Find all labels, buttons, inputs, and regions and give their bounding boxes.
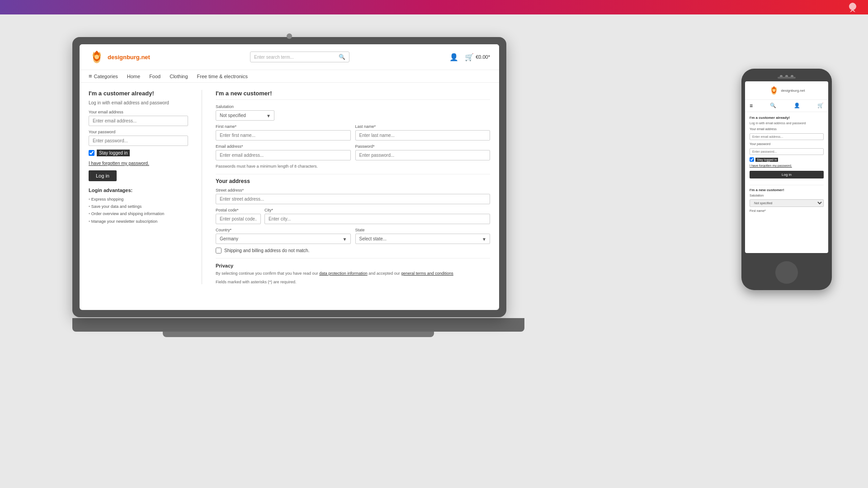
mobile-login-button[interactable]: Log in [750, 171, 824, 178]
search-placeholder: Enter search term... [254, 55, 339, 60]
new-customer-title: I'm a new customer! [216, 90, 490, 100]
nav-categories[interactable]: ≡ Categories [89, 73, 118, 80]
privacy-text-before: By selecting continue you confirm that y… [216, 271, 319, 276]
mobile-password-label: Your password [750, 142, 824, 145]
advantages-list: Express shopping Save your data and sett… [89, 196, 188, 225]
mobile-content: I'm a customer already! Log in with emai… [745, 112, 828, 217]
email-label: Your email address [89, 110, 188, 114]
data-protection-link[interactable]: data protection information [319, 271, 368, 276]
mobile-mockup: designburg.net ≡ 🔍 👤 🛒 I'm a customer al… [741, 69, 832, 290]
mobile-forgot-link[interactable]: I have forgotten my password. [750, 164, 824, 167]
nav-food[interactable]: Food [149, 74, 160, 79]
email-input[interactable] [89, 116, 188, 126]
mobile-new-customer-title: I'm a new customer! [750, 188, 824, 192]
street-group: Street address* [216, 188, 490, 204]
mobile-top-bar [745, 75, 828, 78]
store-logo: designburg.net [89, 49, 150, 65]
laptop-screen: designburg.net Enter search term... 🔍 👤 … [80, 44, 499, 310]
stay-logged-checkbox[interactable] [89, 150, 94, 156]
fields-note: Fields marked with asterisks (*) are req… [216, 280, 490, 284]
first-name-label: First name* [216, 124, 351, 129]
cart-icon[interactable]: 🛒 [465, 53, 474, 61]
mobile-password-input[interactable] [750, 148, 824, 155]
mobile-cart-icon[interactable]: 🛒 [817, 103, 824, 109]
mobile-user-icon[interactable]: 👤 [794, 103, 800, 109]
mobile-home-button[interactable] [775, 261, 798, 284]
salutation-select[interactable]: Not specified Mr. Mrs. [216, 110, 274, 121]
mobile-first-name-label: First name* [750, 209, 824, 212]
postal-city-row: Postal code* City* [216, 208, 490, 224]
postal-group: Postal code* [216, 208, 261, 224]
password-label: Your password [89, 130, 188, 134]
laptop-foot [163, 332, 434, 337]
first-name-input[interactable] [216, 130, 351, 141]
shipping-checkbox[interactable] [216, 248, 222, 253]
advantage-item: Save your data and settings [89, 203, 188, 210]
nav-freetime[interactable]: Free time & electronics [197, 74, 248, 79]
last-name-group: Last name* [355, 124, 491, 141]
store-nav: ≡ Categories Home Food Clothing Free tim… [80, 70, 499, 83]
privacy-text-mid: and accepted our [368, 271, 401, 276]
city-input[interactable] [264, 214, 490, 224]
store-main: I'm a customer already! Log in with emai… [80, 83, 499, 291]
new-customer-section: I'm a new customer! Salutation Not speci… [202, 90, 490, 284]
top-bar-logo [846, 1, 859, 14]
cart-area[interactable]: 🛒 €0.00* [465, 53, 490, 61]
phoenix-logo-icon [89, 49, 105, 65]
new-email-label: Email address* [216, 144, 351, 149]
country-select[interactable]: Germany Austria Switzerland [216, 234, 351, 244]
search-bar[interactable]: Enter search term... 🔍 [250, 52, 349, 62]
advantage-item: Manage your newsletter subscription [89, 218, 188, 225]
header-icons: 👤 🛒 €0.00* [449, 53, 490, 61]
advantage-item: Order overview and shipping information [89, 210, 188, 217]
password-hint: Passwords must have a minimum length of … [216, 164, 490, 169]
mobile-stay-logged-checkbox[interactable] [750, 157, 754, 162]
mobile-menu-icon[interactable]: ≡ [750, 103, 753, 109]
country-state-row: Country* Germany Austria Switzerland ▼ [216, 228, 490, 244]
nav-clothing[interactable]: Clothing [170, 74, 188, 79]
email-password-row: Email address* Password* [216, 144, 490, 160]
postal-input[interactable] [216, 214, 261, 224]
categories-label[interactable]: Categories [94, 74, 118, 79]
top-bar [0, 0, 868, 14]
nav-home[interactable]: Home [127, 74, 140, 79]
terms-conditions-link[interactable]: general terms and conditions [401, 271, 453, 276]
user-icon[interactable]: 👤 [449, 53, 458, 61]
stay-logged-row: Stay logged in [89, 150, 188, 156]
password-input[interactable] [89, 136, 188, 146]
last-name-label: Last name* [355, 124, 491, 129]
advantages-title: Login advantages: [89, 188, 188, 193]
laptop-camera [287, 33, 292, 39]
advantage-item: Express shopping [89, 196, 188, 203]
svg-point-3 [772, 89, 775, 92]
mobile-email-input[interactable] [750, 133, 824, 140]
search-icon[interactable]: 🔍 [339, 54, 345, 60]
first-name-group: First name* [216, 124, 351, 141]
mobile-salutation-select[interactable]: Not specified Mr. Mrs. [750, 199, 824, 207]
shipping-label: Shipping and billing address do not matc… [224, 248, 309, 253]
existing-customer-section: I'm a customer already! Log in with emai… [89, 90, 188, 284]
mobile-divider [750, 185, 824, 185]
mobile-search-icon[interactable]: 🔍 [770, 103, 776, 109]
state-select[interactable]: Select state... [355, 234, 491, 244]
logo-text: designburg.net [108, 54, 150, 61]
last-name-input[interactable] [355, 130, 491, 141]
laptop-base [72, 318, 524, 332]
mobile-logo-text: designburg.net [781, 89, 805, 93]
hamburger-icon[interactable]: ≡ [89, 73, 92, 80]
country-wrapper: Germany Austria Switzerland ▼ [216, 234, 351, 244]
mobile-existing-title: I'm a customer already! [750, 116, 824, 120]
login-button[interactable]: Log in [89, 170, 117, 181]
mobile-nav-icons: ≡ 🔍 👤 🛒 [745, 100, 828, 112]
new-email-input[interactable] [216, 150, 351, 160]
mobile-logo: designburg.net [769, 85, 805, 96]
new-password-group: Password* [355, 144, 491, 160]
new-email-group: Email address* [216, 144, 351, 160]
street-input[interactable] [216, 194, 490, 204]
forgot-password-link[interactable]: I have forgotten my password. [89, 161, 188, 166]
laptop-mockup: designburg.net Enter search term... 🔍 👤 … [72, 37, 524, 353]
page-background: designburg.net Enter search term... 🔍 👤 … [0, 14, 868, 488]
mobile-phoenix-icon [769, 85, 779, 96]
salutation-wrapper: Not specified Mr. Mrs. ▼ [216, 110, 274, 121]
new-password-input[interactable] [355, 150, 491, 160]
